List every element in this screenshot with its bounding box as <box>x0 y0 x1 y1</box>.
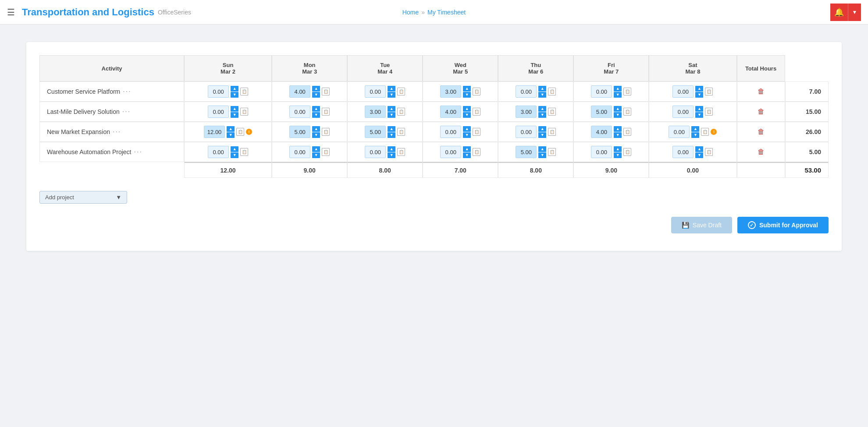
spinner-down-fri[interactable]: ▼ <box>614 152 622 158</box>
spinner-down-fri[interactable]: ▼ <box>614 132 622 138</box>
note-icon-sat[interactable]: 📋 <box>705 88 713 95</box>
spinner-up-fri[interactable]: ▲ <box>614 86 622 92</box>
hour-input-sun[interactable] <box>208 106 229 118</box>
row-options-button[interactable]: ··· <box>134 148 142 156</box>
spinner-up-sat[interactable]: ▲ <box>695 86 703 92</box>
spinner-up-tue[interactable]: ▲ <box>388 106 395 112</box>
spinner-up-fri[interactable]: ▲ <box>614 106 622 112</box>
spinner-up-fri[interactable]: ▲ <box>614 126 622 132</box>
hour-input-fri[interactable] <box>591 126 612 138</box>
note-icon-wed[interactable]: 📋 <box>473 148 480 156</box>
spinner-down-sun[interactable]: ▼ <box>231 92 238 98</box>
hour-input-wed[interactable] <box>440 126 461 138</box>
hour-input-tue[interactable] <box>365 106 386 118</box>
hour-input-thu[interactable] <box>516 146 537 158</box>
hour-input-fri[interactable] <box>591 146 612 158</box>
spinner-down-sat[interactable]: ▼ <box>695 92 703 98</box>
user-dropdown-button[interactable]: ▼ <box>848 4 861 21</box>
spinner-up-mon[interactable]: ▲ <box>312 86 320 92</box>
hour-input-tue[interactable] <box>365 126 386 138</box>
hour-input-thu[interactable] <box>516 126 537 138</box>
spinner-up-tue[interactable]: ▲ <box>388 86 395 92</box>
delete-row-button[interactable]: 🗑 <box>756 88 766 95</box>
note-icon-tue[interactable]: 📋 <box>397 148 405 156</box>
spinner-up-thu[interactable]: ▲ <box>538 86 546 92</box>
nav-current[interactable]: My Timesheet <box>427 9 466 16</box>
hour-input-wed[interactable] <box>440 106 461 118</box>
hour-input-sat[interactable] <box>672 106 694 118</box>
note-icon-wed[interactable]: 📋 <box>473 108 480 116</box>
note-icon-thu[interactable]: 📋 <box>548 128 556 136</box>
hour-input-thu[interactable] <box>516 106 537 118</box>
note-icon-mon[interactable]: 📋 <box>322 88 330 95</box>
spinner-down-sat[interactable]: ▼ <box>695 152 703 158</box>
note-icon-sun[interactable]: 📋 <box>240 108 248 116</box>
spinner-up-tue[interactable]: ▲ <box>388 146 395 152</box>
spinner-down-mon[interactable]: ▼ <box>312 132 320 138</box>
hour-input-sat[interactable] <box>672 85 694 98</box>
hour-input-wed[interactable] <box>440 85 461 98</box>
note-icon-sat[interactable]: 📋 <box>701 128 709 136</box>
spinner-up-wed[interactable]: ▲ <box>463 126 471 132</box>
spinner-up-sun[interactable]: ▲ <box>227 126 235 132</box>
spinner-up-wed[interactable]: ▲ <box>463 146 471 152</box>
spinner-down-tue[interactable]: ▼ <box>388 92 395 98</box>
hour-input-thu[interactable] <box>516 85 537 98</box>
note-icon-sat[interactable]: 📋 <box>705 148 713 156</box>
spinner-down-wed[interactable]: ▼ <box>463 92 471 98</box>
save-draft-button[interactable]: 💾 Save Draft <box>671 217 732 233</box>
add-project-dropdown[interactable]: Add project ▼ <box>39 191 127 204</box>
note-icon-sat[interactable]: 📋 <box>705 108 713 116</box>
note-icon-sun[interactable]: 📋 <box>240 88 248 95</box>
note-icon-mon[interactable]: 📋 <box>322 148 330 156</box>
spinner-up-sat[interactable]: ▲ <box>695 106 703 112</box>
spinner-down-thu[interactable]: ▼ <box>538 152 546 158</box>
hour-input-fri[interactable] <box>591 106 612 118</box>
spinner-up-thu[interactable]: ▲ <box>538 106 546 112</box>
hour-input-mon[interactable] <box>289 106 310 118</box>
spinner-up-tue[interactable]: ▲ <box>388 126 395 132</box>
note-icon-fri[interactable]: 📋 <box>623 128 631 136</box>
spinner-down-tue[interactable]: ▼ <box>388 152 395 158</box>
hour-input-sun[interactable] <box>208 146 229 158</box>
nav-home[interactable]: Home <box>402 9 419 16</box>
row-options-button[interactable]: ··· <box>122 108 131 116</box>
spinner-down-thu[interactable]: ▼ <box>538 132 546 138</box>
spinner-down-thu[interactable]: ▼ <box>538 92 546 98</box>
note-icon-thu[interactable]: 📋 <box>548 88 556 95</box>
note-icon-fri[interactable]: 📋 <box>623 108 631 116</box>
spinner-down-thu[interactable]: ▼ <box>538 112 546 118</box>
spinner-down-mon[interactable]: ▼ <box>312 92 320 98</box>
spinner-down-sun[interactable]: ▼ <box>231 112 238 118</box>
spinner-up-sun[interactable]: ▲ <box>231 86 238 92</box>
spinner-up-sat[interactable]: ▲ <box>695 146 703 152</box>
note-icon-mon[interactable]: 📋 <box>322 108 330 116</box>
hour-input-tue[interactable] <box>365 146 386 158</box>
spinner-up-thu[interactable]: ▲ <box>538 126 546 132</box>
spinner-up-thu[interactable]: ▲ <box>538 146 546 152</box>
notification-button[interactable]: 🔔 <box>830 4 848 21</box>
note-icon-wed[interactable]: 📋 <box>473 88 480 95</box>
spinner-down-sat[interactable]: ▼ <box>695 112 703 118</box>
delete-row-button[interactable]: 🗑 <box>756 108 766 116</box>
hour-input-wed[interactable] <box>440 146 461 158</box>
hour-input-sun[interactable] <box>204 126 225 138</box>
spinner-down-sun[interactable]: ▼ <box>231 152 238 158</box>
hour-input-sun[interactable] <box>208 85 229 98</box>
hour-input-fri[interactable] <box>591 85 612 98</box>
note-icon-fri[interactable]: 📋 <box>623 148 631 156</box>
spinner-down-sat[interactable]: ▼ <box>691 132 699 138</box>
spinner-up-fri[interactable]: ▲ <box>614 146 622 152</box>
spinner-up-wed[interactable]: ▲ <box>463 86 471 92</box>
hour-input-sat[interactable] <box>669 126 690 138</box>
spinner-down-wed[interactable]: ▼ <box>463 152 471 158</box>
note-icon-sun[interactable]: 📋 <box>240 148 248 156</box>
hour-input-mon[interactable] <box>289 126 310 138</box>
note-icon-wed[interactable]: 📋 <box>473 128 480 136</box>
spinner-up-wed[interactable]: ▲ <box>463 106 471 112</box>
submit-approval-button[interactable]: ✓ Submit for Approval <box>737 217 829 233</box>
spinner-up-sun[interactable]: ▲ <box>231 146 238 152</box>
menu-icon[interactable]: ☰ <box>7 7 15 18</box>
delete-row-button[interactable]: 🗑 <box>756 128 766 136</box>
hour-input-tue[interactable] <box>365 85 386 98</box>
